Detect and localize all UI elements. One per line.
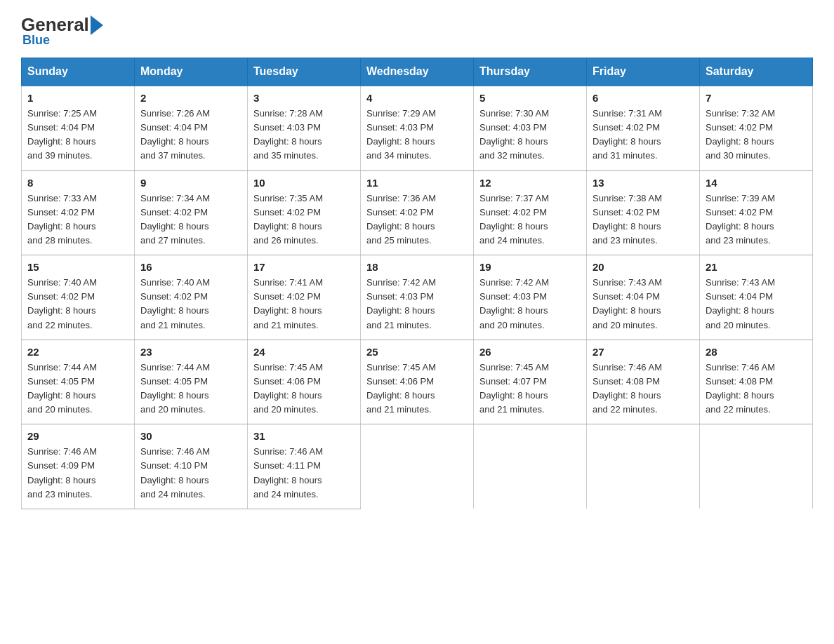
day-number: 5 [479, 92, 581, 104]
day-sun-info: Sunrise: 7:37 AMSunset: 4:02 PMDaylight:… [479, 192, 581, 248]
day-number: 3 [253, 92, 355, 104]
day-number: 7 [706, 92, 807, 104]
day-sun-info: Sunrise: 7:30 AMSunset: 4:03 PMDaylight:… [479, 107, 581, 163]
day-number: 21 [706, 261, 807, 273]
calendar-day-cell [361, 424, 474, 509]
day-sun-info: Sunrise: 7:31 AMSunset: 4:02 PMDaylight:… [593, 107, 694, 163]
calendar-day-cell: 6Sunrise: 7:31 AMSunset: 4:02 PMDaylight… [587, 86, 700, 170]
day-number: 26 [479, 346, 581, 358]
day-sun-info: Sunrise: 7:46 AMSunset: 4:08 PMDaylight:… [706, 361, 807, 417]
weekday-header-sunday: Sunday [22, 58, 135, 86]
day-sun-info: Sunrise: 7:39 AMSunset: 4:02 PMDaylight:… [706, 192, 807, 248]
day-number: 14 [706, 177, 807, 189]
calendar-day-cell: 14Sunrise: 7:39 AMSunset: 4:02 PMDayligh… [700, 170, 813, 255]
day-sun-info: Sunrise: 7:33 AMSunset: 4:02 PMDaylight:… [27, 192, 128, 248]
calendar-day-cell: 17Sunrise: 7:41 AMSunset: 4:02 PMDayligh… [248, 255, 361, 340]
day-sun-info: Sunrise: 7:42 AMSunset: 4:03 PMDaylight:… [479, 276, 581, 333]
calendar-day-cell: 29Sunrise: 7:46 AMSunset: 4:09 PMDayligh… [22, 424, 135, 509]
weekday-header-monday: Monday [135, 58, 248, 86]
calendar-day-cell: 10Sunrise: 7:35 AMSunset: 4:02 PMDayligh… [248, 170, 361, 255]
day-sun-info: Sunrise: 7:41 AMSunset: 4:02 PMDaylight:… [253, 276, 355, 333]
day-sun-info: Sunrise: 7:38 AMSunset: 4:02 PMDaylight:… [593, 192, 694, 248]
day-sun-info: Sunrise: 7:32 AMSunset: 4:02 PMDaylight:… [706, 107, 807, 163]
day-sun-info: Sunrise: 7:44 AMSunset: 4:05 PMDaylight:… [27, 361, 128, 417]
day-sun-info: Sunrise: 7:34 AMSunset: 4:02 PMDaylight:… [140, 192, 241, 248]
calendar-day-cell [700, 424, 813, 509]
calendar-day-cell: 23Sunrise: 7:44 AMSunset: 4:05 PMDayligh… [135, 340, 248, 424]
day-sun-info: Sunrise: 7:46 AMSunset: 4:11 PMDaylight:… [253, 445, 355, 502]
day-sun-info: Sunrise: 7:46 AMSunset: 4:09 PMDaylight:… [27, 445, 128, 502]
calendar-day-cell: 8Sunrise: 7:33 AMSunset: 4:02 PMDaylight… [22, 170, 135, 255]
calendar-day-cell: 22Sunrise: 7:44 AMSunset: 4:05 PMDayligh… [22, 340, 135, 424]
day-sun-info: Sunrise: 7:46 AMSunset: 4:08 PMDaylight:… [593, 361, 694, 417]
day-sun-info: Sunrise: 7:35 AMSunset: 4:02 PMDaylight:… [253, 192, 355, 248]
day-sun-info: Sunrise: 7:40 AMSunset: 4:02 PMDaylight:… [27, 276, 128, 333]
weekday-header-wednesday: Wednesday [361, 58, 474, 86]
day-number: 6 [593, 92, 694, 104]
day-number: 13 [593, 177, 694, 189]
day-number: 23 [140, 346, 241, 358]
day-number: 29 [27, 430, 128, 442]
logo-arrow-icon [91, 15, 103, 35]
day-number: 9 [140, 177, 241, 189]
day-number: 16 [140, 261, 241, 273]
calendar-day-cell: 4Sunrise: 7:29 AMSunset: 4:03 PMDaylight… [361, 86, 474, 170]
day-sun-info: Sunrise: 7:43 AMSunset: 4:04 PMDaylight:… [706, 276, 807, 333]
day-sun-info: Sunrise: 7:46 AMSunset: 4:10 PMDaylight:… [140, 445, 241, 502]
day-number: 12 [479, 177, 581, 189]
day-number: 27 [593, 346, 694, 358]
calendar-week-row: 8Sunrise: 7:33 AMSunset: 4:02 PMDaylight… [22, 170, 813, 255]
calendar-day-cell: 24Sunrise: 7:45 AMSunset: 4:06 PMDayligh… [248, 340, 361, 424]
day-sun-info: Sunrise: 7:36 AMSunset: 4:02 PMDaylight:… [366, 192, 468, 248]
logo: General Blue [21, 14, 105, 48]
day-sun-info: Sunrise: 7:45 AMSunset: 4:06 PMDaylight:… [253, 361, 355, 417]
calendar-day-cell: 19Sunrise: 7:42 AMSunset: 4:03 PMDayligh… [474, 255, 587, 340]
day-number: 20 [593, 261, 694, 273]
calendar-day-cell: 7Sunrise: 7:32 AMSunset: 4:02 PMDaylight… [700, 86, 813, 170]
weekday-header-tuesday: Tuesday [248, 58, 361, 86]
day-number: 8 [27, 177, 128, 189]
weekday-header-saturday: Saturday [700, 58, 813, 86]
calendar-day-cell: 21Sunrise: 7:43 AMSunset: 4:04 PMDayligh… [700, 255, 813, 340]
day-number: 19 [479, 261, 581, 273]
calendar-week-row: 1Sunrise: 7:25 AMSunset: 4:04 PMDaylight… [22, 86, 813, 170]
calendar-week-row: 15Sunrise: 7:40 AMSunset: 4:02 PMDayligh… [22, 255, 813, 340]
calendar-day-cell: 15Sunrise: 7:40 AMSunset: 4:02 PMDayligh… [22, 255, 135, 340]
calendar-day-cell: 20Sunrise: 7:43 AMSunset: 4:04 PMDayligh… [587, 255, 700, 340]
calendar-day-cell: 25Sunrise: 7:45 AMSunset: 4:06 PMDayligh… [361, 340, 474, 424]
weekday-header-friday: Friday [587, 58, 700, 86]
day-number: 17 [253, 261, 355, 273]
calendar-day-cell [587, 424, 700, 509]
page-header: General Blue [21, 14, 813, 48]
day-number: 10 [253, 177, 355, 189]
day-number: 11 [366, 177, 468, 189]
day-sun-info: Sunrise: 7:45 AMSunset: 4:06 PMDaylight:… [366, 361, 468, 417]
calendar-week-row: 22Sunrise: 7:44 AMSunset: 4:05 PMDayligh… [22, 340, 813, 424]
calendar-day-cell: 1Sunrise: 7:25 AMSunset: 4:04 PMDaylight… [22, 86, 135, 170]
weekday-header-row: SundayMondayTuesdayWednesdayThursdayFrid… [22, 58, 813, 86]
calendar-day-cell: 16Sunrise: 7:40 AMSunset: 4:02 PMDayligh… [135, 255, 248, 340]
calendar-day-cell: 27Sunrise: 7:46 AMSunset: 4:08 PMDayligh… [587, 340, 700, 424]
day-sun-info: Sunrise: 7:25 AMSunset: 4:04 PMDaylight:… [27, 107, 128, 163]
calendar-day-cell: 13Sunrise: 7:38 AMSunset: 4:02 PMDayligh… [587, 170, 700, 255]
day-number: 18 [366, 261, 468, 273]
calendar-day-cell: 5Sunrise: 7:30 AMSunset: 4:03 PMDaylight… [474, 86, 587, 170]
calendar-day-cell: 2Sunrise: 7:26 AMSunset: 4:04 PMDaylight… [135, 86, 248, 170]
calendar-day-cell: 30Sunrise: 7:46 AMSunset: 4:10 PMDayligh… [135, 424, 248, 509]
calendar-day-cell: 28Sunrise: 7:46 AMSunset: 4:08 PMDayligh… [700, 340, 813, 424]
day-sun-info: Sunrise: 7:40 AMSunset: 4:02 PMDaylight:… [140, 276, 241, 333]
day-sun-info: Sunrise: 7:43 AMSunset: 4:04 PMDaylight:… [593, 276, 694, 333]
weekday-header-thursday: Thursday [474, 58, 587, 86]
day-sun-info: Sunrise: 7:29 AMSunset: 4:03 PMDaylight:… [366, 107, 468, 163]
calendar-day-cell [474, 424, 587, 509]
calendar-day-cell: 3Sunrise: 7:28 AMSunset: 4:03 PMDaylight… [248, 86, 361, 170]
day-number: 22 [27, 346, 128, 358]
day-sun-info: Sunrise: 7:44 AMSunset: 4:05 PMDaylight:… [140, 361, 241, 417]
day-sun-info: Sunrise: 7:42 AMSunset: 4:03 PMDaylight:… [366, 276, 468, 333]
day-number: 30 [140, 430, 241, 442]
calendar-day-cell: 11Sunrise: 7:36 AMSunset: 4:02 PMDayligh… [361, 170, 474, 255]
calendar-day-cell: 9Sunrise: 7:34 AMSunset: 4:02 PMDaylight… [135, 170, 248, 255]
calendar-day-cell: 26Sunrise: 7:45 AMSunset: 4:07 PMDayligh… [474, 340, 587, 424]
day-number: 2 [140, 92, 241, 104]
day-number: 1 [27, 92, 128, 104]
